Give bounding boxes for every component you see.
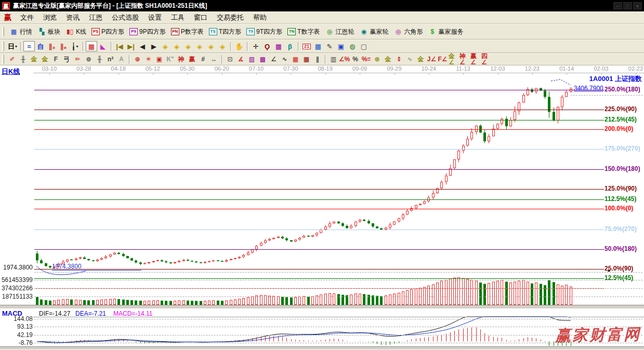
number-ruler-tool[interactable]: # (198, 55, 208, 64)
menu-item-3[interactable]: 资讯 (61, 12, 84, 23)
close-button[interactable]: × (633, 2, 642, 9)
p-square-button[interactable]: PSP四方形 (89, 26, 127, 37)
pane-separator[interactable] (0, 305, 644, 309)
zoom-lens-button[interactable]: Ϙ (261, 41, 273, 51)
remote-service-button[interactable]: ▢ (358, 41, 370, 51)
t-square-button[interactable]: TST四方形 (206, 26, 244, 37)
menu-item-2[interactable]: 浏览 (38, 12, 61, 23)
price-box-tool[interactable]: ⊡ (225, 55, 235, 64)
golden-circle-tool[interactable]: ⊛ (372, 55, 383, 64)
calculator-button[interactable]: ▦ (312, 41, 324, 51)
menu-item-5[interactable]: 公式选股 (107, 12, 143, 23)
toolbar-gripper[interactable] (2, 55, 4, 64)
menu-item-8[interactable]: 窗口 (189, 12, 212, 23)
zoom-in-diamond-button[interactable]: ◈ (194, 41, 205, 51)
golden-line-tool[interactable]: 金 (383, 55, 393, 64)
percent-fan-tool[interactable]: ∠% (339, 55, 350, 64)
stretch-all-diamond-button[interactable]: ◈ (217, 41, 228, 51)
percent-line-tool[interactable]: %= (361, 55, 372, 64)
si-angle-tool[interactable]: 四∠ (481, 55, 492, 64)
save-data-button[interactable]: ▣ (335, 41, 347, 51)
wave-band-tool[interactable]: ∿ (404, 55, 415, 64)
p-table-button[interactable]: PNP数字表 (168, 26, 206, 37)
ying-ruler-tool[interactable]: 赢 (187, 55, 198, 64)
tick-chart-button[interactable]: ≈ (23, 41, 35, 51)
j-angle-tool[interactable]: J∠ (426, 55, 437, 64)
compass-tool[interactable]: ⊚ (83, 55, 94, 64)
price-square-tool[interactable]: ▣ (154, 55, 165, 64)
pan-right-diamond-button[interactable]: ◈ (171, 41, 182, 51)
matrix-red-tool[interactable]: ▦ (290, 55, 301, 64)
gann-net-tool[interactable]: ▩ (257, 55, 268, 64)
period-label[interactable]: 日K线 (2, 67, 20, 76)
t-table-button[interactable]: TNT数字表 (285, 26, 322, 37)
time-cycle-tool[interactable]: ✳ (143, 55, 154, 64)
trend-line-tool[interactable]: ∠ (268, 55, 279, 64)
candle-style-button[interactable]: ╽▾ (69, 41, 81, 51)
grid-3-chart-button[interactable]: ∥₃ (46, 41, 58, 51)
cycle-ruler-tool[interactable]: 弓 (61, 55, 72, 64)
last-bar-button[interactable]: ▶| (125, 41, 137, 51)
pan-left-diamond-button[interactable]: ◈ (160, 41, 171, 51)
shen-angle-tool[interactable]: 神∠ (459, 55, 470, 64)
gann-knife-tool[interactable]: ✐ (7, 55, 18, 64)
crosshair-button[interactable]: ✛ (250, 41, 261, 51)
time-ruler-tool[interactable]: ╫ (18, 55, 29, 64)
parallel-tool[interactable]: ∥ (312, 55, 323, 64)
winner-service-button[interactable]: $赢家服务 (425, 26, 466, 37)
measure-pen-tool[interactable]: ⇕ (393, 55, 404, 64)
menu-item-1[interactable]: 文件 (16, 12, 38, 23)
kline-button[interactable]: ▮▯K线 (63, 26, 89, 37)
kline-mark-tool[interactable]: K" (165, 55, 176, 64)
first-bar-button[interactable]: |◀ (114, 41, 125, 51)
toolbar-gripper[interactable] (2, 27, 4, 36)
knife-ruler-tool[interactable]: ✏ (72, 55, 83, 64)
9t-square-button[interactable]: T99T四方形 (244, 26, 285, 37)
menu-item-10[interactable]: 帮助 (248, 12, 271, 23)
percent-tool[interactable]: % (350, 55, 361, 64)
menu-item-9[interactable]: 交易委托 (212, 12, 248, 23)
gold-ruler-b-tool[interactable]: 金 (40, 55, 50, 64)
golden-grid-tool[interactable]: 金 (415, 55, 426, 64)
winner-wheel-button[interactable]: ◉赢家轮 (357, 26, 391, 37)
f-angle-tool[interactable]: F∠ (437, 55, 448, 64)
ying-angle-tool[interactable]: 赢∠ (470, 55, 481, 64)
span-measure-tool[interactable]: ↔ (208, 55, 219, 64)
shen-ruler-tool[interactable]: 神 (176, 55, 187, 64)
n2-ruler-tool[interactable]: n² (105, 55, 116, 64)
scale-bar-tool[interactable]: ▥ (328, 55, 339, 64)
tick-ruler-tool[interactable]: ╫ (94, 55, 105, 64)
menu-item-4[interactable]: 江恩 (84, 12, 107, 23)
volume-profile-button[interactable]: ◣ (97, 41, 109, 51)
9p-square-button[interactable]: P99P四方形 (127, 26, 168, 37)
pattern-search-button[interactable]: β (284, 41, 296, 51)
report-note-button[interactable]: ✎ (324, 41, 335, 51)
zigzag-tool[interactable]: ∿ (279, 55, 290, 64)
hexagon-button[interactable]: ◎六角形 (391, 26, 425, 37)
calendar-button[interactable]: 21 (301, 41, 312, 51)
zoom-out-diamond-button[interactable]: ◈ (182, 41, 194, 51)
gann-center-tool[interactable]: ⊕ (132, 55, 143, 64)
toolbar-gripper[interactable] (2, 42, 4, 51)
grid-9-chart-button[interactable]: ∥₉ (58, 41, 69, 51)
info-panel-button[interactable]: 自 (35, 41, 46, 51)
maximize-button[interactable]: □ (623, 2, 632, 9)
quote-button[interactable]: ▦行情 (7, 26, 35, 37)
label-tool[interactable]: A (116, 55, 127, 64)
menu-item-7[interactable]: 工具 (166, 12, 189, 23)
minimize-button[interactable]: ─ (613, 2, 622, 9)
hand-pan-button[interactable]: ✋ (233, 41, 245, 51)
matrix-dark-tool[interactable]: ▦ (301, 55, 312, 64)
gann-wheel-button[interactable]: ◎江恩轮 (322, 26, 357, 37)
stretch-v-diamond-button[interactable]: ◈ (205, 41, 217, 51)
period-day-button[interactable]: 日▾ (7, 41, 18, 51)
f-ruler-tool[interactable]: F (50, 55, 61, 64)
purple-grid-button[interactable]: ▦ (273, 41, 284, 51)
gann-fan-tool[interactable]: ∡ (235, 55, 246, 64)
network-data-button[interactable]: ◍ (347, 41, 358, 51)
sector-button[interactable]: ▚板块 (35, 26, 63, 37)
menu-item-6[interactable]: 设置 (143, 12, 166, 23)
horizontal-scrollbar[interactable] (0, 346, 644, 349)
gann-box-tool[interactable]: ▨ (246, 55, 257, 64)
prev-bar-button[interactable]: ◀ (137, 41, 148, 51)
